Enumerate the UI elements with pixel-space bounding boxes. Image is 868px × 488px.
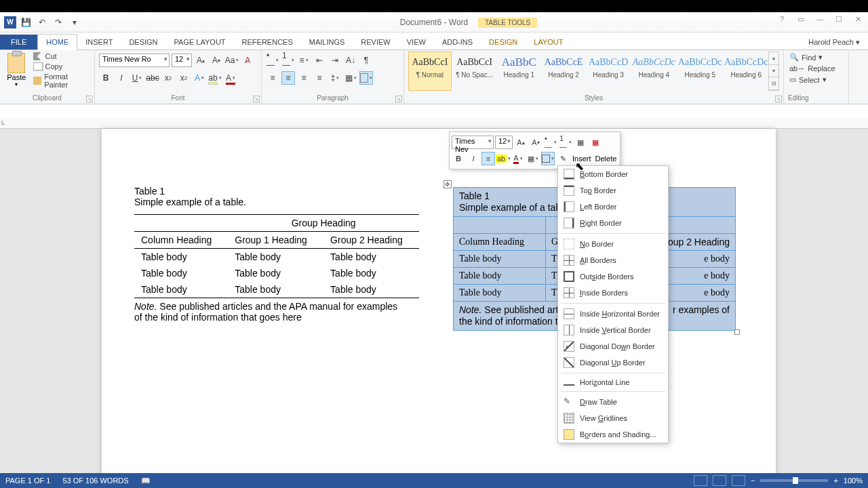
qat-customize[interactable]: ▾ <box>68 16 81 29</box>
page[interactable]: Table 1 Simple example of a table. Group… <box>102 129 776 488</box>
menu-diagonal-down[interactable]: Diagonal Down Border <box>558 338 668 354</box>
status-page[interactable]: PAGE 1 OF 1 <box>5 476 50 485</box>
borders-button[interactable] <box>359 71 373 85</box>
tab-review[interactable]: REVIEW <box>353 35 398 49</box>
style-heading6[interactable]: AaBbCcDcHeading 6 <box>724 52 768 91</box>
highlight-button[interactable]: ab <box>208 71 222 85</box>
strikethrough-button[interactable]: abc <box>146 71 159 85</box>
justify-button[interactable]: ≡ <box>313 71 326 85</box>
tab-mailings[interactable]: MAILINGS <box>301 35 353 49</box>
bold-button[interactable]: B <box>99 71 113 85</box>
style-heading3[interactable]: AaBbCcDHeading 3 <box>587 52 630 91</box>
format-painter-button[interactable]: Format Painter <box>32 72 90 89</box>
redo-button[interactable]: ↷ <box>52 16 65 29</box>
menu-inside-borders[interactable]: Inside Borders <box>558 285 668 301</box>
save-button[interactable]: 💾 <box>19 16 33 29</box>
status-proof-icon[interactable]: 📖 <box>141 476 151 485</box>
help-button[interactable]: ? <box>774 15 789 24</box>
table-resize-handle[interactable] <box>734 329 740 335</box>
sort-button[interactable]: A↓ <box>344 54 357 67</box>
styles-scroll[interactable]: ▴▾⊟ <box>768 52 779 91</box>
align-left-button[interactable]: ≡ <box>266 71 279 85</box>
superscript-button[interactable]: x2 <box>177 71 191 85</box>
menu-top-border[interactable]: Top Border <box>558 182 668 199</box>
styles-gallery[interactable]: AaBbCcI¶ Normal AaBbCcI¶ No Spac... AaBb… <box>408 52 768 91</box>
tab-insert[interactable]: INSERT <box>77 35 121 49</box>
mini-bullets[interactable]: •— <box>544 136 557 149</box>
align-center-button[interactable]: ≡ <box>281 71 295 85</box>
tab-addins[interactable]: ADD-INS <box>434 35 481 49</box>
table-move-handle[interactable]: ✥ <box>443 180 452 188</box>
style-heading5[interactable]: AaBbCcDcHeading 5 <box>677 52 722 91</box>
menu-inside-vertical[interactable]: Inside Vertical Border <box>558 322 668 338</box>
zoom-out[interactable]: − <box>751 476 755 485</box>
align-right-button[interactable]: ≡ <box>297 71 311 85</box>
zoom-in[interactable]: + <box>833 476 837 485</box>
style-heading2[interactable]: AaBbCcEHeading 2 <box>542 52 585 91</box>
subscript-button[interactable]: x2 <box>161 71 175 85</box>
menu-draw-table[interactable]: Draw Table <box>558 394 668 410</box>
menu-horizontal-line[interactable]: Horizontal Line <box>558 375 668 389</box>
paste-button[interactable]: Paste ▾ <box>4 52 29 89</box>
minimize-button[interactable]: — <box>812 15 827 24</box>
shrink-font-button[interactable]: A▾ <box>210 54 223 67</box>
view-print-layout[interactable] <box>713 475 726 486</box>
font-color-button[interactable]: A <box>224 71 237 85</box>
copy-button[interactable]: Copy <box>32 62 90 71</box>
mini-delete-label[interactable]: Delete <box>594 155 618 163</box>
mini-highlight[interactable]: ab <box>496 152 510 165</box>
line-spacing-button[interactable]: ‡ <box>328 71 342 85</box>
styles-dialog-launcher[interactable]: ↘ <box>775 96 782 102</box>
menu-no-border[interactable]: No Border <box>558 236 668 252</box>
tab-table-layout[interactable]: LAYOUT <box>526 35 571 49</box>
tab-file[interactable]: FILE <box>0 35 37 49</box>
style-no-spacing[interactable]: AaBbCcI¶ No Spac... <box>453 52 496 91</box>
menu-right-border[interactable]: Right Border <box>558 215 668 231</box>
bullets-button[interactable]: •— <box>266 54 279 67</box>
menu-diagonal-up[interactable]: Diagonal Up Border <box>558 354 668 371</box>
mini-table-delete[interactable]: ▦ <box>589 136 602 149</box>
zoom-slider[interactable] <box>760 479 828 482</box>
font-dialog-launcher[interactable]: ↘ <box>253 96 260 102</box>
maximize-button[interactable]: ☐ <box>831 15 846 24</box>
zoom-level[interactable]: 100% <box>844 476 863 485</box>
increase-indent-button[interactable]: ⇥ <box>328 54 342 67</box>
change-case-button[interactable]: Aa <box>225 54 239 67</box>
mini-font-color[interactable]: A <box>511 152 525 165</box>
mini-grow-font[interactable]: A▴ <box>514 136 528 149</box>
view-read-mode[interactable] <box>694 475 707 486</box>
mini-align-center[interactable]: ≡ <box>481 152 495 165</box>
multilevel-list-button[interactable]: ≡ <box>297 54 311 67</box>
tab-home[interactable]: HOME <box>37 34 77 50</box>
mini-insert-label[interactable]: Insert <box>571 155 593 163</box>
text-effects-button[interactable]: A <box>193 71 206 85</box>
mini-shading[interactable]: ▦ <box>526 152 540 165</box>
mini-format-painter[interactable]: ✎ <box>556 152 570 165</box>
user-name[interactable]: Harold Peach ▾ <box>800 35 868 49</box>
menu-bottom-border[interactable]: Bottom Border <box>558 166 668 182</box>
menu-outside-borders[interactable]: Outside Borders <box>558 268 668 285</box>
italic-button[interactable]: I <box>115 71 128 85</box>
menu-borders-shading[interactable]: Borders and Shading... <box>558 426 668 443</box>
mini-size-combo[interactable]: 12 <box>495 136 513 149</box>
menu-left-border[interactable]: Left Border <box>558 199 668 215</box>
tab-view[interactable]: VIEW <box>399 35 434 49</box>
font-size-combo[interactable]: 12 <box>172 54 192 67</box>
select-button[interactable]: ▭ Select ▾ <box>788 74 844 85</box>
status-words[interactable]: 53 OF 106 WORDS <box>62 476 128 485</box>
menu-view-gridlines[interactable]: View Gridlines <box>558 410 668 426</box>
close-button[interactable]: ✕ <box>850 15 865 24</box>
style-normal[interactable]: AaBbCcI¶ Normal <box>408 52 452 91</box>
style-heading4[interactable]: AaBbCcDcHeading 4 <box>631 52 676 91</box>
mini-table-insert[interactable]: ▦ <box>574 136 587 149</box>
mini-font-combo[interactable]: Times Nev <box>452 136 494 149</box>
tab-design[interactable]: DESIGN <box>121 35 165 49</box>
mini-shrink-font[interactable]: A▾ <box>529 136 542 149</box>
paragraph-dialog-launcher[interactable]: ↘ <box>395 96 402 102</box>
numbering-button[interactable]: 1— <box>281 54 295 67</box>
clear-formatting-button[interactable]: A̷ <box>241 54 254 67</box>
tab-page-layout[interactable]: PAGE LAYOUT <box>166 35 234 49</box>
menu-inside-horizontal[interactable]: Inside Horizontal Border <box>558 306 668 322</box>
mini-numbering[interactable]: 1— <box>559 136 572 149</box>
cut-button[interactable]: Cut <box>32 52 90 61</box>
